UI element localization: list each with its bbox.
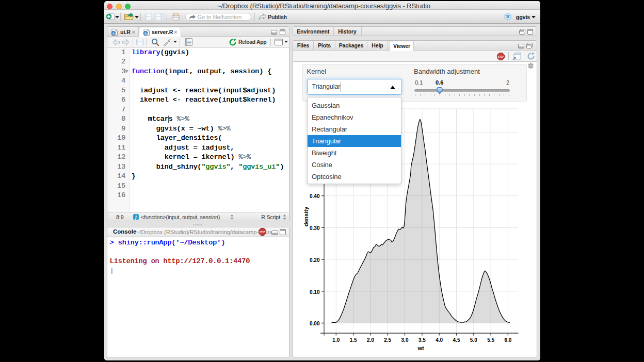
svg-text:0.10: 0.10 <box>310 289 320 295</box>
svg-text:R: R <box>506 14 509 19</box>
svg-text:4.5: 4.5 <box>453 337 460 343</box>
svg-text:density: density <box>303 206 309 226</box>
svg-text:1.0: 1.0 <box>332 337 340 343</box>
svg-text:STOP: STOP <box>260 231 265 233</box>
svg-text:4.0: 4.0 <box>436 337 443 343</box>
svg-text:3.0: 3.0 <box>401 337 409 343</box>
svg-text:R: R <box>144 31 147 35</box>
svg-text:6.0: 6.0 <box>504 337 511 343</box>
svg-text:0.00: 0.00 <box>310 321 320 326</box>
svg-text:1.5: 1.5 <box>350 337 357 343</box>
svg-text:0.20: 0.20 <box>310 257 320 263</box>
svg-text:2.5: 2.5 <box>384 337 391 343</box>
svg-text:5.5: 5.5 <box>487 337 494 343</box>
svg-text:3.5: 3.5 <box>418 337 426 343</box>
svg-text:0.30: 0.30 <box>310 225 320 231</box>
svg-text:STOP: STOP <box>497 56 504 58</box>
svg-text:R: R <box>112 31 115 35</box>
svg-text:0.40: 0.40 <box>310 193 320 199</box>
svg-text:wt: wt <box>417 345 424 351</box>
svg-text:5.0: 5.0 <box>470 337 477 343</box>
svg-text:2.0: 2.0 <box>367 337 374 343</box>
